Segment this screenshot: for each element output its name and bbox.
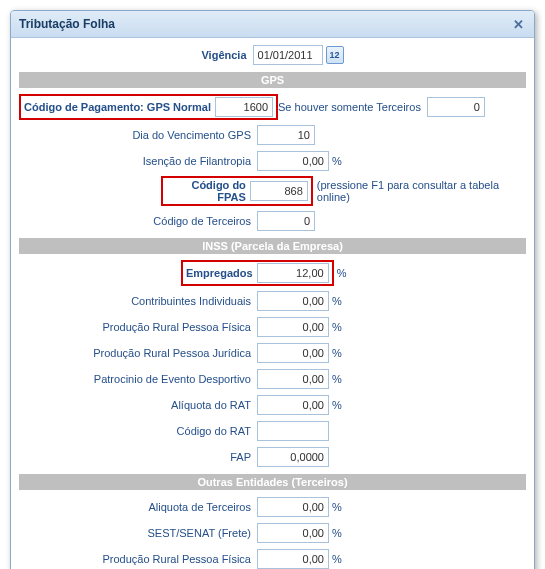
section-outras: Outras Entidades (Terceiros) bbox=[19, 474, 526, 490]
empregados-input[interactable] bbox=[257, 263, 329, 283]
aliq-terc-input[interactable] bbox=[257, 497, 329, 517]
section-inss: INSS (Parcela da Empresa) bbox=[19, 238, 526, 254]
contrib-label: Contribuintes Individuais bbox=[19, 295, 257, 307]
inss-prpj-input[interactable] bbox=[257, 343, 329, 363]
gps-first-row: Código de Pagamento: GPS Normal Se houve… bbox=[19, 94, 526, 120]
cod-rat-row: Código do RAT bbox=[19, 420, 526, 442]
pct: % bbox=[332, 155, 342, 167]
pct: % bbox=[332, 527, 342, 539]
sest-row: SEST/SENAT (Frete) % bbox=[19, 522, 526, 544]
aliq-rat-input[interactable] bbox=[257, 395, 329, 415]
empregados-highlight: Empregados bbox=[181, 260, 334, 286]
close-icon[interactable]: ✕ bbox=[510, 16, 526, 32]
empregados-label: Empregados bbox=[186, 267, 257, 279]
fpas-label: Código do FPAS bbox=[166, 179, 250, 203]
cod-terceiros-input[interactable] bbox=[257, 211, 315, 231]
inss-prpj-label: Produção Rural Pessoa Jurídica bbox=[19, 347, 257, 359]
outras-prpf-input[interactable] bbox=[257, 549, 329, 569]
fpas-input[interactable] bbox=[250, 181, 308, 201]
cod-pagamento-highlight: Código de Pagamento: GPS Normal bbox=[19, 94, 278, 120]
terceiros-label: Se houver somente Terceiros bbox=[278, 101, 427, 113]
contrib-row: Contribuintes Individuais % bbox=[19, 290, 526, 312]
cod-terceiros-label: Código de Terceiros bbox=[19, 215, 257, 227]
isencao-input[interactable] bbox=[257, 151, 329, 171]
pct: % bbox=[332, 295, 342, 307]
content: Vigência 12 GPS Código de Pagamento: GPS… bbox=[11, 38, 534, 569]
terceiros-input[interactable] bbox=[427, 97, 485, 117]
contrib-input[interactable] bbox=[257, 291, 329, 311]
dia-venc-input[interactable] bbox=[257, 125, 315, 145]
isencao-row: Isenção de Filantropia % bbox=[19, 150, 526, 172]
vigencia-label: Vigência bbox=[201, 49, 252, 61]
aliq-terc-label: Aliquota de Terceiros bbox=[19, 501, 257, 513]
outras-prpf-row: Produção Rural Pessoa Física % bbox=[19, 548, 526, 569]
patrocinio-label: Patrocinio de Evento Desportivo bbox=[19, 373, 257, 385]
cod-terceiros-row: Código de Terceiros bbox=[19, 210, 526, 232]
fap-input[interactable] bbox=[257, 447, 329, 467]
pct: % bbox=[332, 347, 342, 359]
titlebar: Tributação Folha ✕ bbox=[11, 11, 534, 38]
fap-row: FAP bbox=[19, 446, 526, 468]
fpas-hint: (pressione F1 para consultar a tabela on… bbox=[317, 179, 526, 203]
patrocinio-input[interactable] bbox=[257, 369, 329, 389]
outras-prpf-label: Produção Rural Pessoa Física bbox=[19, 553, 257, 565]
fpas-highlight: Código do FPAS bbox=[161, 176, 313, 206]
empregados-row: Empregados % bbox=[19, 260, 526, 286]
pct: % bbox=[332, 553, 342, 565]
pct: % bbox=[337, 267, 347, 279]
cod-pagamento-input[interactable] bbox=[215, 97, 273, 117]
calendar-icon[interactable]: 12 bbox=[326, 46, 344, 64]
inss-prpf-input[interactable] bbox=[257, 317, 329, 337]
vigencia-input[interactable] bbox=[253, 45, 323, 65]
fpas-row: Código do FPAS (pressione F1 para consul… bbox=[19, 176, 526, 206]
window-title: Tributação Folha bbox=[19, 17, 115, 31]
pct: % bbox=[332, 321, 342, 333]
patrocinio-row: Patrocinio de Evento Desportivo % bbox=[19, 368, 526, 390]
isencao-label: Isenção de Filantropia bbox=[19, 155, 257, 167]
inss-prpj-row: Produção Rural Pessoa Jurídica % bbox=[19, 342, 526, 364]
window: Tributação Folha ✕ Vigência 12 GPS Códig… bbox=[10, 10, 535, 569]
cod-rat-input[interactable] bbox=[257, 421, 329, 441]
dia-venc-label: Dia do Vencimento GPS bbox=[19, 129, 257, 141]
pct: % bbox=[332, 399, 342, 411]
vigencia-row: Vigência 12 bbox=[19, 44, 526, 66]
pct: % bbox=[332, 373, 342, 385]
aliq-rat-row: Alíquota do RAT % bbox=[19, 394, 526, 416]
sest-input[interactable] bbox=[257, 523, 329, 543]
dia-venc-row: Dia do Vencimento GPS bbox=[19, 124, 526, 146]
inss-prpf-label: Produção Rural Pessoa Física bbox=[19, 321, 257, 333]
cod-rat-label: Código do RAT bbox=[19, 425, 257, 437]
sest-label: SEST/SENAT (Frete) bbox=[19, 527, 257, 539]
pct: % bbox=[332, 501, 342, 513]
section-gps: GPS bbox=[19, 72, 526, 88]
inss-prpf-row: Produção Rural Pessoa Física % bbox=[19, 316, 526, 338]
aliq-terc-row: Aliquota de Terceiros % bbox=[19, 496, 526, 518]
cod-pagamento-label: Código de Pagamento: GPS Normal bbox=[24, 101, 215, 113]
aliq-rat-label: Alíquota do RAT bbox=[19, 399, 257, 411]
fap-label: FAP bbox=[19, 451, 257, 463]
